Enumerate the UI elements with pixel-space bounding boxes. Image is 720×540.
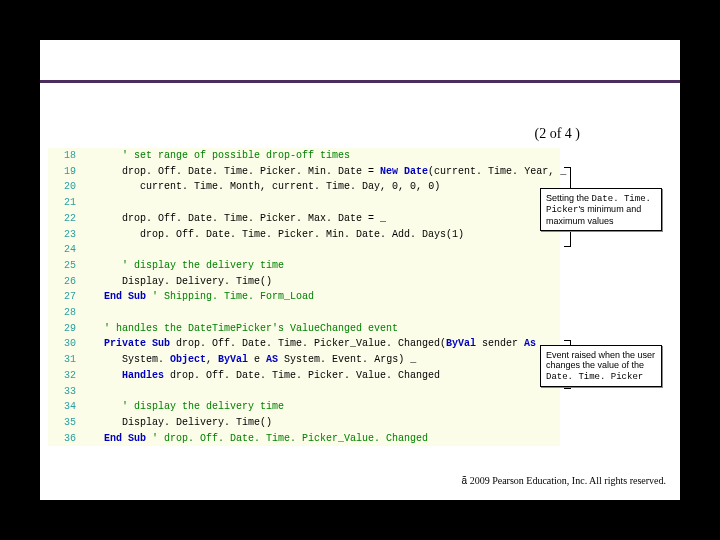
footer-text: 2009 Pearson Education, Inc. All rights …: [467, 475, 666, 486]
code-text: ' handles the DateTimePicker's ValueChan…: [86, 321, 560, 337]
annot2-text: Event raised when the user changes the v…: [546, 350, 655, 370]
code-text: [86, 305, 560, 321]
line-number: 24: [48, 242, 86, 258]
code-line: 19 drop. Off. Date. Time. Picker. Min. D…: [48, 164, 560, 180]
line-number: 26: [48, 274, 86, 290]
code-text: [86, 242, 560, 258]
divider: [40, 80, 680, 83]
code-line: 20 current. Time. Month, current. Time. …: [48, 179, 560, 195]
code-line: 31 System. Object, ByVal e AS System. Ev…: [48, 352, 560, 368]
code-line: 22 drop. Off. Date. Time. Picker. Max. D…: [48, 211, 560, 227]
line-number: 22: [48, 211, 86, 227]
line-number: 20: [48, 179, 86, 195]
line-number: 35: [48, 415, 86, 431]
code-text: Handles drop. Off. Date. Time. Picker. V…: [86, 368, 560, 384]
code-line: 32 Handles drop. Off. Date. Time. Picker…: [48, 368, 560, 384]
annot2-mono: Date. Time. Picker: [546, 372, 643, 382]
line-number: 18: [48, 148, 86, 164]
code-text: Display. Delivery. Time(): [86, 274, 560, 290]
annotation-min-max: Setting the Date. Time. Picker's minimum…: [540, 188, 662, 231]
code-line: 27 End Sub ' Shipping. Time. Form_Load: [48, 289, 560, 305]
line-number: 27: [48, 289, 86, 305]
footer: ã 2009 Pearson Education, Inc. All right…: [462, 475, 666, 486]
code-line: 26 Display. Delivery. Time(): [48, 274, 560, 290]
code-line: 24: [48, 242, 560, 258]
code-line: 21: [48, 195, 560, 211]
code-text: [86, 195, 560, 211]
code-listing: 18 ' set range of possible drop-off time…: [48, 148, 560, 446]
code-text: Private Sub drop. Off. Date. Time. Picke…: [86, 336, 560, 352]
code-line: 18 ' set range of possible drop-off time…: [48, 148, 560, 164]
code-line: 29 ' handles the DateTimePicker's ValueC…: [48, 321, 560, 337]
code-text: ' set range of possible drop-off times: [86, 148, 560, 164]
code-text: End Sub ' Shipping. Time. Form_Load: [86, 289, 560, 305]
annot1-line1: Setting the: [546, 193, 589, 203]
page-indicator: (2 of 4 ): [535, 126, 581, 142]
code-text: Display. Delivery. Time(): [86, 415, 560, 431]
code-text: drop. Off. Date. Time. Picker. Min. Date…: [86, 227, 560, 243]
code-line: 30 Private Sub drop. Off. Date. Time. Pi…: [48, 336, 560, 352]
code-line: 33: [48, 384, 560, 400]
code-text: System. Object, ByVal e AS System. Event…: [86, 352, 560, 368]
code-text: drop. Off. Date. Time. Picker. Max. Date…: [86, 211, 560, 227]
code-line: 36 End Sub ' drop. Off. Date. Time. Pick…: [48, 431, 560, 447]
line-number: 25: [48, 258, 86, 274]
code-text: drop. Off. Date. Time. Picker. Min. Date…: [86, 164, 566, 180]
code-line: 25 ' display the delivery time: [48, 258, 560, 274]
code-text: ' display the delivery time: [86, 399, 560, 415]
line-number: 33: [48, 384, 86, 400]
line-number: 21: [48, 195, 86, 211]
line-number: 36: [48, 431, 86, 447]
code-text: End Sub ' drop. Off. Date. Time. Picker_…: [86, 431, 560, 447]
line-number: 31: [48, 352, 86, 368]
line-number: 34: [48, 399, 86, 415]
code-text: ' display the delivery time: [86, 258, 560, 274]
code-line: 35 Display. Delivery. Time(): [48, 415, 560, 431]
line-number: 23: [48, 227, 86, 243]
line-number: 29: [48, 321, 86, 337]
code-line: 23 drop. Off. Date. Time. Picker. Min. D…: [48, 227, 560, 243]
line-number: 30: [48, 336, 86, 352]
line-number: 19: [48, 164, 86, 180]
line-number: 32: [48, 368, 86, 384]
slide: (2 of 4 ) 18 ' set range of possible dro…: [40, 40, 680, 500]
line-number: 28: [48, 305, 86, 321]
code-line: 34 ' display the delivery time: [48, 399, 560, 415]
code-text: [86, 384, 560, 400]
code-text: current. Time. Month, current. Time. Day…: [86, 179, 560, 195]
annotation-valuechanged: Event raised when the user changes the v…: [540, 345, 662, 387]
code-line: 28: [48, 305, 560, 321]
